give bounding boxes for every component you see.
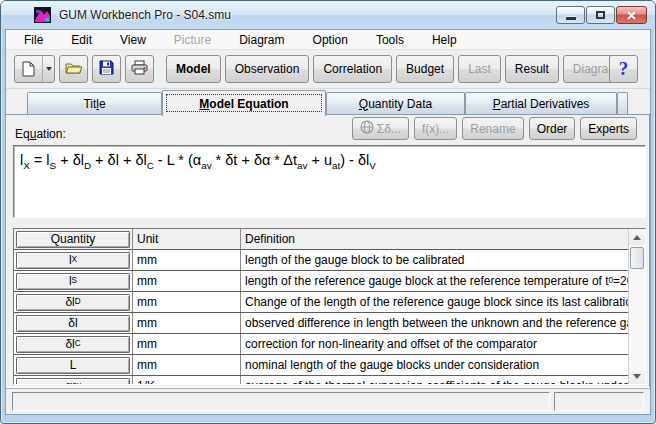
quantity-button[interactable]: δlD bbox=[16, 294, 130, 311]
client-area: File Edit View Picture Diagram bbox=[5, 29, 651, 415]
unit-cell[interactable]: mm bbox=[132, 313, 241, 333]
quantity-table: Quantity Unit Definition lX mm bbox=[13, 228, 646, 385]
definition-cell[interactable]: nominal length of the gauge blocks under… bbox=[241, 355, 628, 375]
unit-cell[interactable]: mm bbox=[132, 271, 241, 291]
menu-edit[interactable]: Edit bbox=[57, 30, 106, 49]
print-icon bbox=[131, 60, 148, 78]
open-folder-icon bbox=[65, 61, 83, 78]
tab-stub bbox=[617, 92, 628, 114]
table-row: δlD mm Change of the length of the refer… bbox=[14, 292, 628, 313]
table-row: δlC mm correction for non-linearity and … bbox=[14, 334, 628, 355]
rename-button[interactable]: Rename bbox=[462, 117, 523, 140]
table-row: lX mm length of the gauge block to be ca… bbox=[14, 250, 628, 271]
maximize-button[interactable] bbox=[586, 6, 615, 24]
menu-bar: File Edit View Picture Diagram bbox=[6, 30, 650, 50]
menu-option[interactable]: Option bbox=[299, 30, 362, 49]
arrow-down-icon bbox=[633, 374, 641, 379]
definition-cell[interactable]: correction for non-linearity and offset … bbox=[241, 334, 628, 354]
print-button[interactable] bbox=[125, 55, 154, 83]
menu-diagram[interactable]: Diagram bbox=[225, 30, 298, 49]
quantity-button[interactable]: δlC bbox=[16, 336, 130, 353]
tab-model-equation[interactable]: Model Equation bbox=[162, 90, 326, 116]
quantity-button[interactable]: lX bbox=[16, 252, 130, 269]
function-button[interactable]: f(x)... bbox=[414, 117, 457, 140]
help-question-icon: ? bbox=[619, 58, 629, 80]
globe-sigma-icon bbox=[360, 120, 374, 137]
quantity-column-header: Quantity bbox=[16, 231, 130, 248]
equation-toolbar: Σδ... f(x)... Rename Order Experts bbox=[352, 117, 637, 140]
scroll-up-button[interactable] bbox=[629, 229, 645, 245]
status-panel-left bbox=[12, 392, 550, 411]
menu-tools[interactable]: Tools bbox=[362, 30, 418, 49]
arrow-up-icon bbox=[633, 235, 641, 240]
result-button[interactable]: Result bbox=[505, 55, 559, 83]
help-button[interactable]: ? bbox=[609, 55, 638, 83]
order-button[interactable]: Order bbox=[529, 117, 576, 140]
app-window: GUM Workbench Pro - S04.smu File bbox=[0, 0, 656, 424]
open-file-button[interactable] bbox=[59, 55, 88, 83]
menu-file[interactable]: File bbox=[10, 30, 57, 49]
minimize-button[interactable] bbox=[556, 6, 585, 24]
tab-quantity-data[interactable]: Quantity Data bbox=[326, 92, 465, 114]
quantity-button[interactable]: δl bbox=[16, 315, 130, 332]
quantity-button[interactable]: L bbox=[16, 357, 130, 374]
section-buttons: Model Observation Correlation Budget bbox=[166, 55, 632, 83]
unit-cell[interactable]: mm bbox=[132, 334, 241, 354]
close-button[interactable] bbox=[616, 6, 647, 24]
new-dropdown-arrow-icon[interactable] bbox=[42, 56, 54, 82]
toolbar: Model Observation Correlation Budget bbox=[6, 50, 650, 89]
unit-cell[interactable]: 1/K bbox=[132, 376, 241, 384]
window-title: GUM Workbench Pro - S04.smu bbox=[59, 8, 231, 22]
table-body: lX mm length of the gauge block to be ca… bbox=[14, 250, 628, 384]
table-header-row: Quantity Unit Definition bbox=[14, 229, 628, 250]
definition-cell[interactable]: length of the gauge block to be calibrat… bbox=[241, 250, 628, 270]
unit-column-header: Unit bbox=[132, 229, 241, 249]
equation-editor[interactable]: lX = lS + δlD + δl + δlC - L * (αav * δt… bbox=[13, 145, 646, 218]
tab-strip: Title Model Equation Quantity Data Parti… bbox=[6, 90, 650, 115]
definition-cell[interactable]: average of the thermal expansion coeffic… bbox=[241, 376, 628, 384]
definition-cell[interactable]: Change of the length of the reference ga… bbox=[241, 292, 628, 312]
definition-cell[interactable]: length of the reference gauge block at t… bbox=[241, 271, 628, 291]
menu-help[interactable]: Help bbox=[418, 30, 471, 49]
new-document-icon bbox=[15, 61, 42, 77]
scrollbar-thumb[interactable] bbox=[630, 247, 644, 269]
budget-button[interactable]: Budget bbox=[396, 55, 454, 83]
status-panel-right bbox=[554, 392, 644, 411]
tab-partial-derivatives[interactable]: Partial Derivatives bbox=[465, 92, 617, 114]
title-bar[interactable]: GUM Workbench Pro - S04.smu bbox=[1, 1, 655, 29]
table-row: L mm nominal length of the gauge blocks … bbox=[14, 355, 628, 376]
table-row: lS mm length of the reference gauge bloc… bbox=[14, 271, 628, 292]
tab-title[interactable]: Title bbox=[27, 92, 162, 114]
new-file-button[interactable] bbox=[14, 55, 55, 83]
close-icon bbox=[627, 11, 636, 20]
unit-cell[interactable]: mm bbox=[132, 355, 241, 375]
symbols-button[interactable]: Σδ... bbox=[352, 117, 409, 140]
table-row: αav 1/K average of the thermal expansion… bbox=[14, 376, 628, 384]
last-button[interactable]: Last bbox=[458, 55, 501, 83]
observation-button[interactable]: Observation bbox=[225, 55, 310, 83]
unit-cell[interactable]: mm bbox=[132, 292, 241, 312]
window-controls bbox=[556, 6, 647, 24]
quantity-button[interactable]: αav bbox=[16, 378, 130, 385]
maximize-icon bbox=[596, 11, 605, 19]
save-floppy-icon bbox=[99, 60, 114, 78]
definition-column-header: Definition bbox=[241, 229, 628, 249]
table-row: δl mm observed difference in length betw… bbox=[14, 313, 628, 334]
model-button[interactable]: Model bbox=[166, 55, 221, 83]
quantity-button[interactable]: lS bbox=[16, 273, 130, 290]
equation-label: Equation: bbox=[15, 127, 66, 141]
status-bar bbox=[6, 388, 650, 414]
experts-button[interactable]: Experts bbox=[580, 117, 637, 140]
vertical-scrollbar[interactable] bbox=[628, 229, 645, 384]
correlation-button[interactable]: Correlation bbox=[313, 55, 392, 83]
menu-view[interactable]: View bbox=[106, 30, 160, 49]
definition-cell[interactable]: observed difference in length between th… bbox=[241, 313, 628, 333]
scroll-down-button[interactable] bbox=[629, 368, 645, 384]
model-equation-text: lX = lS + δlD + δl + δlC - L * (αav * δt… bbox=[14, 146, 645, 174]
unit-cell[interactable]: mm bbox=[132, 250, 241, 270]
save-button[interactable] bbox=[92, 55, 121, 83]
model-equation-panel: Equation: Σδ... f(x)... bbox=[6, 115, 650, 392]
menu-picture[interactable]: Picture bbox=[160, 30, 225, 49]
minimize-icon bbox=[566, 17, 576, 20]
app-icon[interactable] bbox=[34, 7, 51, 23]
